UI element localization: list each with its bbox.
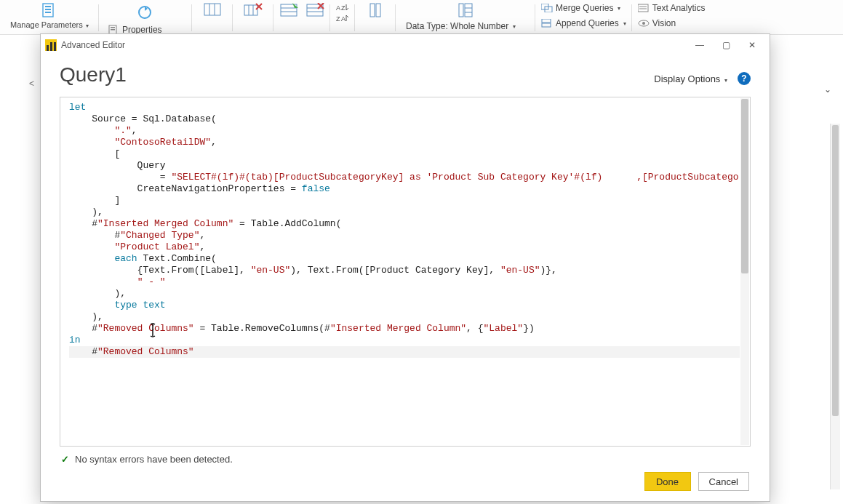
close-button[interactable]: ✕ [739,36,765,55]
svg-text:Z: Z [341,4,345,12]
code-text[interactable]: let Source = Sql.Database( ".", "Contoso… [69,102,740,358]
powerbi-app-icon [45,39,57,51]
cancel-button[interactable]: Cancel [698,472,749,491]
svg-rect-37 [638,4,648,12]
manage-parameters-button[interactable]: Manage Parameters ▾ [6,1,93,30]
svg-point-41 [642,22,645,25]
svg-rect-6 [111,27,115,28]
sort-asc-icon[interactable]: AZ [336,3,349,12]
remove-rows-icon[interactable] [305,3,324,19]
chevron-down-icon: ▾ [724,77,727,84]
remove-columns-icon [243,1,263,19]
text-analytics-icon [638,2,650,14]
append-icon [541,17,553,29]
query-name-title: Query1 [60,63,127,87]
svg-rect-7 [111,29,115,31]
status-text: No syntax errors have been detected. [75,454,233,465]
svg-rect-9 [204,4,220,15]
outer-scrollbar[interactable] [830,124,840,489]
code-editor[interactable]: let Source = Sql.Database( ".", "Contoso… [60,97,751,447]
svg-rect-25 [370,4,375,17]
vision-label: Vision [652,18,676,28]
ribbon: Manage Parameters ▾ Properties Advanced … [0,0,843,35]
manage-parameters-label: Manage Parameters ▾ [10,20,89,30]
split-column-icon [365,1,385,19]
check-icon: ✓ [61,454,69,465]
maximize-button[interactable]: ▢ [713,36,739,55]
dropdown-caret-icon[interactable]: ⌄ [824,84,831,95]
vision-button[interactable]: Vision [638,17,706,30]
group-by-icon [455,1,476,19]
help-icon[interactable]: ? [738,72,751,85]
remove-columns-button[interactable] [239,1,268,20]
svg-rect-3 [45,12,51,13]
data-type-label: Data Type: Whole Number [406,21,508,31]
dialog-title: Advanced Editor [61,40,125,50]
refresh-preview-button[interactable] [105,1,186,23]
merge-label: Merge Queries [556,3,613,13]
done-button[interactable]: Done [644,472,691,491]
syntax-status: ✓ No syntax errors have been detected. [61,454,751,465]
choose-columns-button[interactable] [198,1,227,20]
vision-icon [638,17,650,29]
group-by-button[interactable] [401,1,530,20]
split-column-button[interactable] [361,1,390,20]
svg-rect-12 [244,5,257,15]
svg-rect-36 [542,23,551,27]
advanced-editor-dialog: Advanced Editor ― ▢ ✕ Query1 Display Opt… [40,33,770,502]
merge-icon [541,2,553,14]
dialog-titlebar: Advanced Editor ― ▢ ✕ [41,34,770,56]
svg-rect-27 [459,4,463,17]
data-type-button[interactable]: Data Type: Whole Number▾ [406,20,530,32]
merge-queries-button[interactable]: Merge Queries▾ [541,1,626,15]
svg-text:Z: Z [336,15,340,23]
sort-desc-icon[interactable]: ZA [336,14,349,23]
keep-rows-icon[interactable] [279,3,298,19]
svg-rect-1 [45,6,51,7]
svg-rect-28 [465,4,472,17]
text-analytics-button[interactable]: Text Analytics [638,1,706,15]
svg-text:A: A [341,15,345,23]
append-queries-button[interactable]: Append Queries▾ [541,17,626,30]
refresh-icon [135,4,156,22]
svg-rect-35 [542,19,551,23]
text-analytics-label: Text Analytics [652,3,706,13]
parameters-icon [39,1,60,19]
display-options-button[interactable]: Display Options ▾ [654,73,727,84]
choose-columns-icon [202,1,223,19]
svg-rect-2 [45,9,51,10]
svg-rect-26 [376,4,380,17]
svg-text:A: A [336,4,340,12]
editor-scrollbar[interactable] [740,98,749,445]
minimize-button[interactable]: ― [687,36,713,55]
collapse-chevron-icon[interactable]: < [29,79,34,89]
append-label: Append Queries [556,18,619,28]
